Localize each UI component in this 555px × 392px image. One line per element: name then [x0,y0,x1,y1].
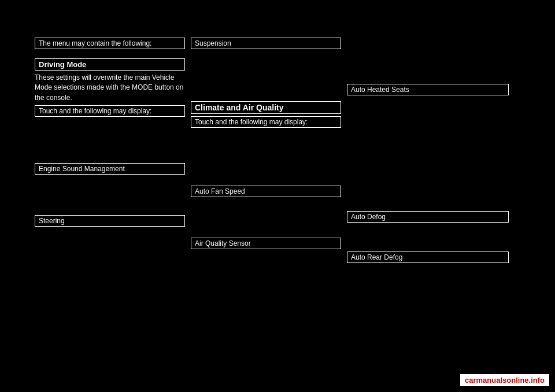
climate-header: Climate and Air Quality [191,101,341,114]
auto-rear-defog-block: Auto Rear Defog [347,252,509,263]
auto-heated-seats-label: Auto Heated Seats [347,84,509,95]
watermark: carmanualsonline.info [460,374,549,386]
page: The menu may contain the following: Driv… [0,0,555,392]
auto-heated-seats-block: Auto Heated Seats [347,84,509,95]
touch-following-label: Touch and the following may display: [35,105,185,117]
auto-rear-defog-label: Auto Rear Defog [347,252,509,263]
suspension-block: Suspension [191,38,341,49]
engine-sound-block: Engine Sound Management [35,163,185,175]
climate-touch-label: Touch and the following may display: [191,116,341,128]
driving-mode-block: Driving Mode These settings will overwri… [35,58,185,117]
auto-fan-speed-block: Auto Fan Speed [191,186,341,197]
steering-block: Steering [35,215,185,227]
column-1: The menu may contain the following: Driv… [35,38,185,236]
air-quality-sensor-label: Air Quality Sensor [191,238,341,249]
auto-fan-speed-label: Auto Fan Speed [191,186,341,197]
suspension-label: Suspension [191,38,341,49]
driving-mode-header: Driving Mode [35,58,185,71]
climate-block: Climate and Air Quality Touch and the fo… [191,101,341,128]
steering-label: Steering [35,215,185,227]
driving-mode-body: These settings will overwrite the main V… [35,73,185,103]
engine-sound-label: Engine Sound Management [35,163,185,175]
auto-defog-label: Auto Defog [347,211,509,223]
menu-contains-label: The menu may contain the following: [35,38,185,49]
menu-contains-block: The menu may contain the following: [35,38,185,49]
auto-defog-block: Auto Defog [347,211,509,223]
air-quality-sensor-block: Air Quality Sensor [191,238,341,249]
column-2: Suspension Climate and Air Quality Touch… [191,38,341,258]
column-3: Auto Heated Seats Auto Defog Auto Rear D… [347,38,509,272]
